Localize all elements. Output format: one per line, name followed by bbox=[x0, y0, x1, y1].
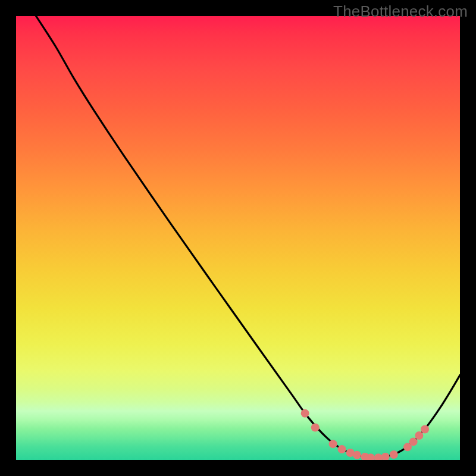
chart-frame: TheBottleneck.com bbox=[0, 0, 476, 476]
marker-dot bbox=[301, 409, 309, 418]
marker-dot bbox=[311, 424, 320, 432]
marker-dot bbox=[353, 451, 361, 459]
marker-dot bbox=[415, 431, 423, 440]
plot-area bbox=[16, 16, 460, 460]
marker-dot bbox=[329, 440, 337, 448]
marker-dots bbox=[301, 409, 429, 460]
marker-dot bbox=[409, 437, 418, 446]
watermark-text: TheBottleneck.com bbox=[333, 2, 468, 21]
marker-dot bbox=[390, 450, 398, 459]
marker-dot bbox=[374, 453, 383, 460]
marker-dot bbox=[421, 425, 429, 434]
bottleneck-curve bbox=[36, 16, 460, 458]
chart-svg bbox=[16, 16, 460, 460]
marker-dot bbox=[338, 445, 346, 453]
marker-dot bbox=[381, 453, 390, 460]
